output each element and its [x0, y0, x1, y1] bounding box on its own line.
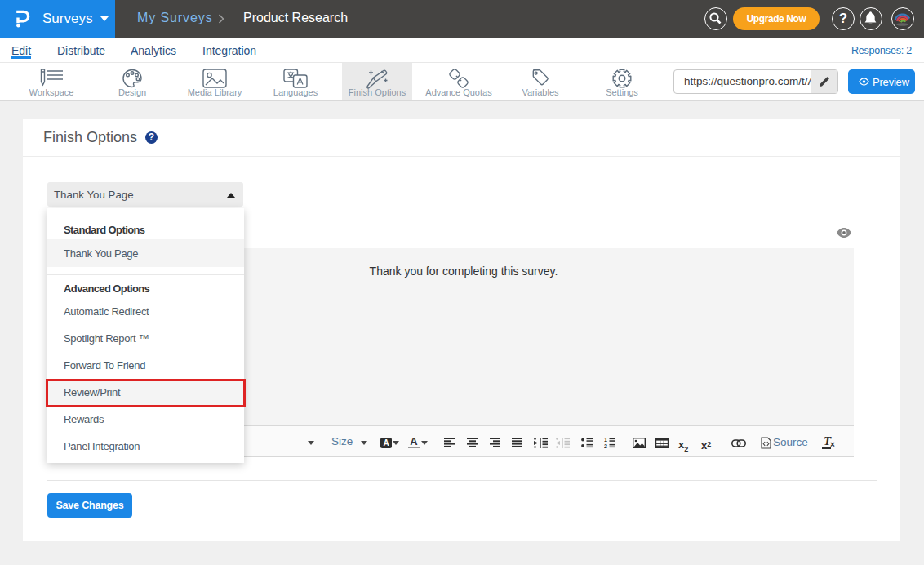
svg-text:1: 1 — [604, 438, 607, 443]
svg-text:2: 2 — [604, 443, 607, 448]
